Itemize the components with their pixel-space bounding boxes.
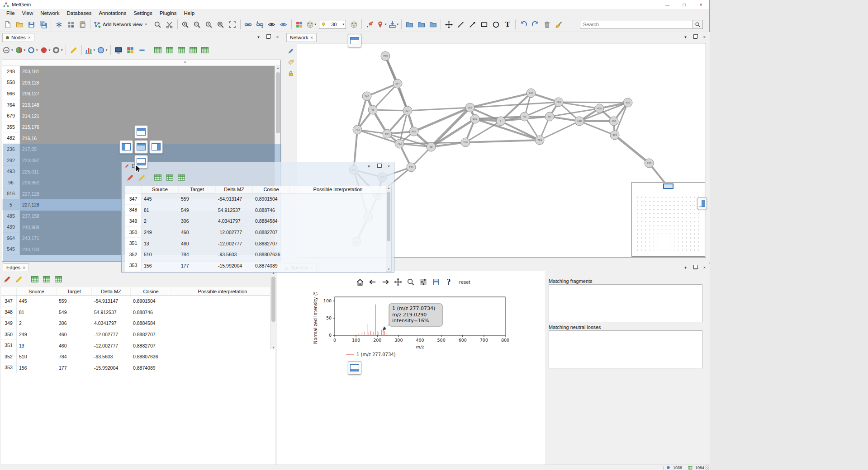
node-size-spinbox[interactable]: 30▾ <box>319 20 346 29</box>
highlight-column-button[interactable] <box>68 44 80 56</box>
column-header[interactable]: Source <box>17 288 57 295</box>
network-minimap[interactable] <box>631 182 705 257</box>
column-header[interactable]: Delta MZ <box>92 288 131 295</box>
menu-network[interactable]: Network <box>37 10 63 16</box>
column-header[interactable]: Source <box>142 186 179 193</box>
network-edge[interactable] <box>408 108 470 111</box>
dock-indicator-area-top[interactable] <box>348 34 361 47</box>
map-column-button[interactable]: ▾ <box>96 44 109 56</box>
scrollbar-thumb[interactable] <box>271 277 275 322</box>
fullscreen-button[interactable] <box>227 19 238 30</box>
dock-float-button[interactable] <box>691 33 699 41</box>
highlight-selection-button[interactable]: ▾ <box>26 44 39 56</box>
network-node[interactable]: 136 <box>554 98 563 107</box>
network-node[interactable]: 753 <box>381 52 390 61</box>
nodes-table-row[interactable]: 248203,181 <box>2 66 275 77</box>
color-swatch-button[interactable] <box>294 19 305 30</box>
dock-float-button[interactable] <box>375 163 383 170</box>
show-isolated-nodes-button[interactable] <box>278 19 289 30</box>
dock-close-button[interactable]: × <box>385 163 393 170</box>
floating-table-scrollbar[interactable]: ▴ ▾ <box>386 186 392 272</box>
new-project-button[interactable] <box>2 19 14 30</box>
network-node[interactable]: 1 <box>496 117 505 126</box>
network-edge[interactable] <box>615 135 649 163</box>
mz-cell[interactable]: 209,118 <box>20 77 275 89</box>
network-node[interactable]: 145 <box>526 89 536 98</box>
column-header[interactable]: Delta MZ <box>216 186 253 193</box>
find-button[interactable] <box>152 19 164 30</box>
configure-plot-button[interactable] <box>417 276 429 288</box>
pie-chart-column-button[interactable]: ▾ <box>51 44 64 56</box>
spectrum-plot[interactable]: 0100200300400500600700800050100Normalize… <box>283 292 536 360</box>
home-button[interactable] <box>354 276 366 288</box>
edges-table-row[interactable]: 35113460-12.0027770.8882707 <box>125 238 386 249</box>
show-all-columns-button[interactable] <box>29 273 41 285</box>
dock-float-button[interactable] <box>691 264 699 271</box>
save-project-as-button[interactable] <box>37 19 49 30</box>
column-header[interactable]: Target <box>179 186 216 193</box>
search-button[interactable] <box>693 20 703 29</box>
text-tool-button[interactable]: T <box>502 19 513 30</box>
mz-cell[interactable]: 213,148 <box>20 99 275 111</box>
column-header[interactable]: Possible interpretation <box>290 186 386 193</box>
maximize-button[interactable]: □ <box>676 0 693 9</box>
network-node[interactable]: 794 <box>535 136 544 145</box>
open-user-folder-button[interactable] <box>403 19 415 30</box>
network-edge[interactable] <box>559 102 628 103</box>
network-node[interactable]: 516 <box>461 138 470 147</box>
edges-table-row[interactable]: 3488154954.9125370.888746 <box>125 205 386 216</box>
close-icon[interactable]: × <box>23 265 25 270</box>
network-node[interactable]: 864 <box>383 129 392 138</box>
scroll-up-icon[interactable]: ▴ <box>386 186 391 190</box>
edges-table-row[interactable]: 347445559-54.9131470.8901504 <box>1 296 274 307</box>
network-node[interactable]: 400 <box>595 104 604 113</box>
delete-annotations-button[interactable] <box>541 19 553 30</box>
dock-menu-button[interactable]: ▾ <box>682 264 689 271</box>
network-node[interactable]: 731 <box>407 163 416 172</box>
zoom-selected-button[interactable] <box>203 19 215 30</box>
scrollbar-thumb[interactable] <box>276 72 280 133</box>
dock-close-button[interactable]: × <box>701 33 708 41</box>
column-header[interactable]: Possible interpretation <box>171 288 274 295</box>
chevron-down-icon[interactable]: ▾ <box>343 23 345 26</box>
zoom-fit-button[interactable] <box>215 19 227 30</box>
network-node[interactable]: 148 <box>575 117 584 126</box>
dock-indicator-left[interactable] <box>119 140 133 154</box>
highlight-red-button[interactable] <box>124 172 136 183</box>
network-node[interactable]: 165 <box>465 103 474 112</box>
show-all-columns-button[interactable] <box>152 172 164 183</box>
close-button[interactable]: × <box>693 0 709 9</box>
save-project-button[interactable] <box>25 19 37 30</box>
title-bar[interactable]: MetGem — □ × <box>0 0 709 9</box>
dock-indicator-right[interactable] <box>149 140 163 154</box>
move-annotation-button[interactable] <box>443 19 455 30</box>
forward-button[interactable] <box>379 276 391 288</box>
neighbors-button[interactable]: ▾ <box>1 44 14 56</box>
network-node[interactable]: 743 <box>353 125 362 134</box>
dock-indicator-center[interactable] <box>134 140 148 154</box>
tab-nodes[interactable]: Nodes × <box>2 33 34 42</box>
menu-databases[interactable]: Databases <box>63 10 95 16</box>
pin-tool-button[interactable]: ▾ <box>375 19 388 30</box>
menu-annotations[interactable]: Annotations <box>95 10 130 16</box>
view-standards-button[interactable] <box>113 44 124 56</box>
nodes-table-row[interactable]: 558209,118 <box>2 77 275 89</box>
edges-table-row[interactable]: 347445559-54.9131470.8901504 <box>125 193 386 205</box>
network-node[interactable]: 735 <box>645 159 654 168</box>
restore-columns-button[interactable] <box>52 273 64 285</box>
export-button[interactable]: ▾ <box>388 19 400 30</box>
floating-panel-titlebar[interactable]: Edges ▾ × <box>122 162 394 169</box>
floating-edges-panel[interactable]: Edges ▾ × SourceTargetDelta MZCosinePoss… <box>121 162 394 273</box>
edges-table-row[interactable]: 353156177-15.9920040.8874089 <box>1 362 274 374</box>
edges-table-row[interactable]: 353156177-15.9920040.8874089 <box>125 260 386 272</box>
dock-float-button[interactable] <box>264 33 272 41</box>
highlight-yellow-button[interactable] <box>13 273 25 285</box>
save-figure-button[interactable] <box>430 276 442 288</box>
node-color-button[interactable]: ▾ <box>305 19 318 30</box>
set-node-color-button[interactable]: ▾ <box>39 44 52 56</box>
show-filtered-columns-button[interactable] <box>164 172 175 183</box>
dock-close-button[interactable]: × <box>701 264 708 271</box>
column-header[interactable]: Target <box>57 288 92 295</box>
show-mapped-columns-button[interactable] <box>164 44 175 56</box>
pie-colors-button[interactable] <box>348 19 360 30</box>
